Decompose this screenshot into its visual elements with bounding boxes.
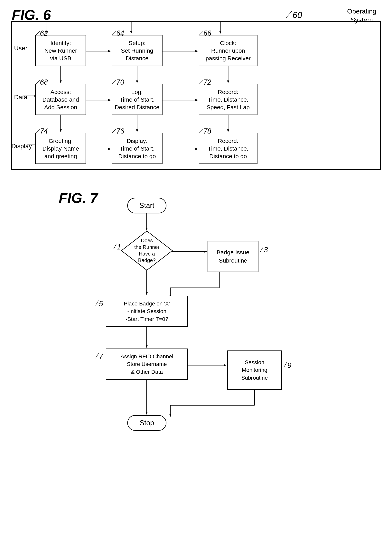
box-66: Clock:Runner uponpassing Receiver: [199, 35, 258, 66]
arrow-66-72: [227, 66, 229, 84]
arrow-64-70: [136, 66, 138, 84]
arrow-assign-session: [188, 364, 227, 366]
svg-line-71: [95, 300, 99, 306]
svg-line-14: [36, 31, 39, 35]
svg-line-34: [112, 80, 116, 84]
svg-line-46: [36, 129, 39, 133]
svg-text:64: 64: [116, 29, 124, 37]
ref-74: 74: [36, 128, 49, 137]
ref-64: 64: [112, 30, 126, 38]
svg-line-0: [286, 11, 292, 18]
svg-line-22: [199, 31, 203, 35]
display-label: Display: [11, 142, 32, 150]
ref-70: 70: [112, 79, 126, 87]
svg-line-54: [199, 129, 203, 133]
arrow-70-72: [162, 99, 199, 101]
svg-text:62: 62: [40, 29, 48, 37]
svg-marker-84: [169, 414, 171, 417]
svg-text:5: 5: [99, 299, 103, 308]
arrow-place-assign: [146, 327, 148, 348]
svg-text:70: 70: [116, 78, 124, 86]
svg-marker-7: [219, 31, 221, 34]
arrow-70-76: [136, 115, 138, 133]
svg-line-50: [112, 129, 116, 133]
svg-line-38: [199, 80, 203, 84]
box-68: Access:Database andAdd Session: [35, 84, 86, 115]
arrow-76-78: [162, 148, 199, 150]
svg-marker-78: [224, 364, 227, 366]
svg-marker-57: [146, 228, 148, 231]
arrow-diamond-badge: [172, 251, 207, 252]
ref-62: 62: [36, 30, 49, 38]
svg-marker-70: [146, 292, 148, 295]
box-assign-rfid: Assign RFID ChannelStore Username& Other…: [106, 348, 188, 380]
svg-text:3: 3: [264, 246, 268, 254]
svg-marker-27: [136, 81, 138, 84]
ref-78: 78: [199, 128, 213, 137]
svg-marker-5: [130, 31, 132, 34]
arrow-diamond-place: [146, 270, 148, 296]
ref-72: 72: [199, 79, 213, 87]
svg-line-30: [36, 80, 39, 84]
svg-text:74: 74: [40, 127, 48, 135]
svg-text:78: 78: [204, 127, 211, 135]
svg-marker-49: [108, 148, 111, 150]
arrow-62-68: [60, 66, 62, 84]
data-label: Data: [14, 93, 28, 101]
svg-line-63: [261, 247, 263, 252]
box-76: Display:Time of Start,Distance to go: [112, 133, 162, 164]
svg-text:66: 66: [204, 29, 212, 37]
svg-text:76: 76: [116, 127, 124, 135]
svg-text:60: 60: [292, 10, 302, 20]
svg-marker-33: [108, 99, 111, 101]
svg-line-75: [95, 354, 99, 358]
svg-marker-29: [227, 81, 229, 84]
box-session-monitoring: SessionMonitoringSubroutine: [227, 351, 282, 390]
start-oval: Start: [127, 198, 167, 214]
ref-5: 5: [95, 299, 107, 309]
svg-marker-86: [146, 412, 148, 415]
box-64: Setup:Set RunningDistance: [112, 35, 162, 66]
svg-text:9: 9: [287, 361, 291, 370]
ref-66: 66: [199, 30, 213, 38]
arrow-68-70: [86, 99, 112, 101]
box-62: Identify:New Runnervia USB: [35, 35, 86, 66]
stop-oval: Stop: [127, 415, 167, 431]
arrow-68-74: [60, 115, 62, 133]
svg-line-79: [284, 362, 287, 367]
svg-marker-37: [196, 99, 198, 101]
svg-text:72: 72: [204, 78, 211, 86]
arrow-os-to-b64: [130, 21, 132, 35]
ref-9: 9: [284, 361, 294, 371]
user-label: User: [14, 45, 28, 52]
box-74: Greeting:Display Nameand greeting: [35, 133, 86, 164]
svg-marker-53: [196, 148, 198, 150]
svg-line-59: [113, 244, 116, 249]
arrow-72-78: [227, 115, 229, 133]
svg-marker-43: [136, 130, 138, 132]
box-place-badge: Place Badge on 'X'-Initiate Session-Star…: [106, 296, 188, 327]
svg-marker-25: [60, 81, 62, 84]
arrow-64-66: [162, 50, 199, 52]
svg-marker-41: [60, 130, 62, 132]
svg-text:68: 68: [40, 78, 48, 86]
arrow-assign-stop: [146, 380, 148, 415]
fig7-title: FIG. 7: [59, 190, 98, 206]
svg-text:7: 7: [99, 353, 103, 361]
svg-line-18: [112, 31, 116, 35]
ref-7: 7: [95, 353, 107, 362]
svg-marker-62: [204, 251, 207, 252]
arrow-os-to-b66: [219, 21, 221, 35]
ref-76: 76: [112, 128, 126, 137]
box-78: Record:Time, Distance,Distance to go: [199, 133, 258, 164]
svg-marker-21: [196, 50, 198, 52]
page: FIG. 6 OperatingSystem 60 User Data Disp…: [0, 0, 392, 559]
svg-marker-74: [146, 345, 148, 348]
box-72: Record:Time, Distance,Speed, Fast Lap: [199, 84, 258, 115]
arrow-74-76: [86, 148, 112, 150]
ref-1: 1: [113, 243, 123, 252]
svg-marker-17: [108, 50, 111, 52]
arrow-start-diamond: [146, 214, 148, 231]
arrow-62-64: [86, 50, 112, 52]
box-badge-issue: Badge IssueSubroutine: [207, 241, 259, 272]
